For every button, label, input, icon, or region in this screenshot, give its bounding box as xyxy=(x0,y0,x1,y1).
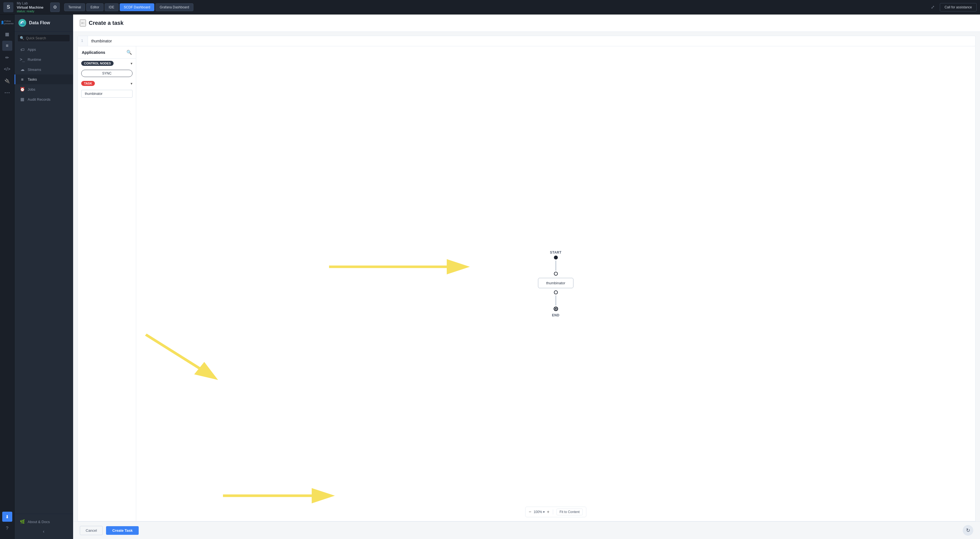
sidebar-item-jobs-label: Jobs xyxy=(28,87,35,92)
plugin-icon[interactable]: 🔌 xyxy=(2,76,12,86)
sidebar-search[interactable]: 🔍 xyxy=(17,34,70,42)
line-1 xyxy=(555,261,556,270)
zoom-out-button[interactable]: − xyxy=(529,509,531,514)
control-nodes-chevron: ▾ xyxy=(130,61,132,65)
main-body: 👤Followpresenter ▦ ≡ ✏ </> 🔌 • • • ⬇ ? 🌊… xyxy=(0,14,980,539)
sync-button[interactable]: SYNC xyxy=(81,70,132,77)
runtime-icon: >_ xyxy=(20,57,25,62)
applications-title: Applications xyxy=(82,50,105,55)
zoom-value: 100% ▾ xyxy=(533,510,545,514)
call-assistance-button[interactable]: Call for assistance xyxy=(940,3,977,11)
end-dot xyxy=(554,307,558,311)
page-title: Create a task xyxy=(89,20,124,26)
vm-name-label: Virtual Machine xyxy=(17,5,43,10)
sidebar: 🌊 Data Flow 🔍 🏷 Apps >_ Runtime ☁ Stream… xyxy=(14,14,73,539)
sidebar-item-streams[interactable]: ☁ Streams xyxy=(14,64,73,75)
canvas-controls: − 100% ▾ + Fit to Content xyxy=(525,507,586,517)
control-nodes-badge: CONTROL NODES xyxy=(81,61,114,66)
tab-scdf-dashboard[interactable]: SCDF Dashboard xyxy=(120,3,154,11)
zoom-dropdown-icon[interactable]: ▾ xyxy=(543,510,545,514)
content-area: ← Create a task 1 Applications 🔍 CONTROL… xyxy=(73,14,980,539)
create-task-button[interactable]: Create Task xyxy=(106,526,139,535)
task-badge: TASK xyxy=(81,81,95,86)
search-icon: 🔍 xyxy=(20,36,24,40)
tab-editor[interactable]: Editor xyxy=(86,3,103,11)
sidebar-about-label: About & Docs xyxy=(28,520,50,524)
my-lab-label: My Lab xyxy=(17,2,43,5)
sidebar-nav: 🏷 Apps >_ Runtime ☁ Streams ≡ Tasks ⏰ Jo… xyxy=(14,45,73,514)
flow-diagram: START thumbinator END xyxy=(136,46,975,521)
controls-divider xyxy=(553,509,553,514)
sidebar-collapse-button[interactable]: ‹ xyxy=(14,527,73,536)
vm-info: My Lab Virtual Machine status: ready xyxy=(17,2,43,13)
sidebar-item-tasks-label: Tasks xyxy=(28,77,37,81)
sidebar-item-streams-label: Streams xyxy=(28,67,41,72)
collapse-icon: ‹ xyxy=(43,529,45,534)
download-icon[interactable]: ⬇ xyxy=(2,512,12,522)
task-name-input[interactable] xyxy=(88,36,975,46)
end-label: END xyxy=(552,313,560,317)
line-number: 1 xyxy=(78,36,88,46)
zoom-in-button[interactable]: + xyxy=(547,509,549,514)
sidebar-bottom: 🌿 About & Docs ‹ xyxy=(14,514,73,539)
applications-search-button[interactable]: 🔍 xyxy=(126,50,132,55)
task-chevron: ▾ xyxy=(130,81,132,86)
sidebar-item-tasks[interactable]: ≡ Tasks xyxy=(14,75,73,84)
split-area: Applications 🔍 CONTROL NODES ▾ SYNC TASK… xyxy=(78,46,975,522)
apps-icon: 🏷 xyxy=(20,47,25,52)
flow-canvas[interactable]: START thumbinator END − 10 xyxy=(136,46,975,522)
edit-icon[interactable]: ✏ xyxy=(2,52,12,62)
external-link-icon[interactable]: ⤢ xyxy=(929,3,937,11)
help-icon[interactable]: ? xyxy=(2,523,12,533)
app-logo: S xyxy=(3,2,13,12)
icon-rail: 👤Followpresenter ▦ ≡ ✏ </> 🔌 • • • ⬇ ? xyxy=(0,14,14,539)
tab-ide[interactable]: IDE xyxy=(105,3,119,11)
flow-nodes: START thumbinator END xyxy=(538,251,573,317)
jobs-icon: ⏰ xyxy=(20,87,25,92)
fit-to-content-button[interactable]: Fit to Content xyxy=(557,509,583,515)
top-header: S My Lab Virtual Machine status: ready ⚙… xyxy=(0,0,980,14)
sidebar-item-audit-label: Audit Records xyxy=(28,97,51,102)
app-item-thumbinator[interactable]: thumbinator xyxy=(81,90,132,98)
refresh-button[interactable]: ↻ xyxy=(963,525,973,536)
audit-icon: ▦ xyxy=(20,97,25,102)
more-icon[interactable]: • • • xyxy=(2,87,12,98)
streams-icon: ☁ xyxy=(20,67,25,72)
sidebar-item-apps-label: Apps xyxy=(28,48,36,52)
code-icon[interactable]: </> xyxy=(2,64,12,74)
applications-panel: Applications 🔍 CONTROL NODES ▾ SYNC TASK… xyxy=(78,46,136,522)
vm-status-label: status: ready xyxy=(17,10,43,13)
tab-terminal[interactable]: Terminal xyxy=(64,3,85,11)
tab-grafana-dashboard[interactable]: Grafana Dashboard xyxy=(156,3,193,11)
sidebar-item-about[interactable]: 🌿 About & Docs xyxy=(14,517,73,527)
start-label: START xyxy=(550,251,562,254)
sidebar-item-audit-records[interactable]: ▦ Audit Records xyxy=(14,94,73,104)
page-header: ← Create a task xyxy=(73,14,980,32)
control-nodes-section-header[interactable]: CONTROL NODES ▾ xyxy=(78,59,136,68)
follow-presenter-icon[interactable]: 👤Followpresenter xyxy=(2,17,12,27)
sidebar-header: 🌊 Data Flow xyxy=(14,14,73,32)
layers-icon[interactable]: ≡ xyxy=(2,41,12,51)
task-node[interactable]: thumbinator xyxy=(538,278,573,288)
connector-dot-top xyxy=(554,272,558,276)
tasks-icon: ≡ xyxy=(20,77,25,82)
applications-panel-header: Applications 🔍 xyxy=(78,46,136,59)
nav-tabs: Terminal Editor IDE SCDF Dashboard Grafa… xyxy=(64,3,193,11)
sidebar-title: Data Flow xyxy=(29,21,50,25)
docs-icon: 🌿 xyxy=(20,519,25,524)
start-dot xyxy=(554,256,558,259)
settings-button[interactable]: ⚙ xyxy=(50,3,60,12)
sidebar-item-jobs[interactable]: ⏰ Jobs xyxy=(14,84,73,94)
task-name-area: 1 xyxy=(78,36,975,46)
search-input[interactable] xyxy=(26,36,68,40)
back-button[interactable]: ← xyxy=(80,19,86,27)
dashboard-icon[interactable]: ▦ xyxy=(2,29,12,39)
task-section-header[interactable]: TASK ▾ xyxy=(78,79,136,88)
sidebar-item-runtime[interactable]: >_ Runtime xyxy=(14,54,73,64)
sidebar-item-apps[interactable]: 🏷 Apps xyxy=(14,45,73,54)
line-2 xyxy=(555,296,556,305)
cancel-button[interactable]: Cancel xyxy=(80,526,103,535)
header-right: ⤢ Call for assistance xyxy=(929,3,977,11)
connector-dot-bottom xyxy=(554,291,558,294)
sidebar-logo: 🌊 xyxy=(18,19,26,27)
